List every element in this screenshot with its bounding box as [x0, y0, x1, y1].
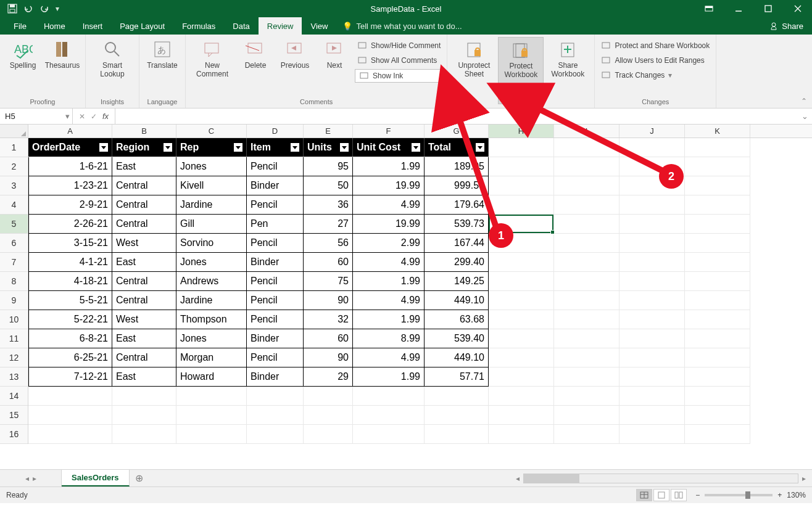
cell-D10[interactable]: Pencil: [247, 310, 304, 329]
protect-and-share-workbook-button[interactable]: Protect and Share Workbook: [599, 39, 712, 52]
horizontal-scrollbar[interactable]: ◂ ▸: [510, 470, 812, 486]
cell-I15[interactable]: [554, 406, 619, 425]
next-button[interactable]: Next: [315, 37, 354, 97]
cell-H7[interactable]: [489, 253, 554, 272]
cell-E16[interactable]: [304, 425, 353, 444]
cell-C10[interactable]: Thompson: [176, 310, 247, 329]
cell-E13[interactable]: 29: [304, 367, 353, 387]
cell-D13[interactable]: Binder: [247, 367, 304, 387]
cell-A16[interactable]: [28, 425, 112, 444]
spreadsheet-grid[interactable]: ABCDEFGHIJK 12345678910111213141516 Orde…: [0, 125, 812, 470]
cell-J13[interactable]: [619, 367, 685, 387]
cell-B13[interactable]: East: [112, 367, 176, 387]
cell-C15[interactable]: [176, 406, 247, 425]
cell-B8[interactable]: Central: [112, 272, 176, 291]
cell-B15[interactable]: [112, 406, 176, 425]
cell-G5[interactable]: 539.73: [425, 215, 489, 234]
cell-E2[interactable]: 95: [304, 157, 353, 176]
cell-G14[interactable]: [425, 387, 489, 406]
cell-G11[interactable]: 539.40: [425, 329, 489, 348]
cell-D2[interactable]: Pencil: [247, 157, 304, 176]
close-icon[interactable]: [784, 0, 812, 17]
cell-G6[interactable]: 167.44: [425, 234, 489, 253]
cell-K13[interactable]: [685, 367, 750, 387]
cell-A6[interactable]: 3-15-21: [28, 234, 112, 253]
cell-H11[interactable]: [489, 329, 554, 348]
cell-C12[interactable]: Morgan: [176, 348, 247, 367]
col-header-H[interactable]: H: [489, 125, 554, 137]
cell-F10[interactable]: 1.99: [353, 310, 425, 329]
row-header-5[interactable]: 5: [0, 215, 28, 234]
cell-F12[interactable]: 4.99: [353, 348, 425, 367]
cell-D6[interactable]: Pencil: [247, 234, 304, 253]
cell-D8[interactable]: Pencil: [247, 272, 304, 291]
row-header-10[interactable]: 10: [0, 310, 28, 329]
cell-D7[interactable]: Binder: [247, 253, 304, 272]
cell-E10[interactable]: 32: [304, 310, 353, 329]
row-header-12[interactable]: 12: [0, 348, 28, 367]
cell-A12[interactable]: 6-25-21: [28, 348, 112, 367]
cell-F1[interactable]: Unit Cost: [353, 138, 425, 157]
cell-F16[interactable]: [353, 425, 425, 444]
sheet-nav[interactable]: ◂ ▸: [0, 470, 62, 486]
filter-icon[interactable]: [234, 143, 242, 152]
col-header-E[interactable]: E: [304, 125, 353, 137]
cell-B1[interactable]: Region: [112, 138, 176, 157]
cell-E15[interactable]: [304, 406, 353, 425]
thesaurus-button[interactable]: Thesaurus: [43, 37, 81, 97]
filter-icon[interactable]: [291, 143, 299, 152]
row-header-4[interactable]: 4: [0, 195, 28, 215]
cell-I7[interactable]: [554, 253, 619, 272]
cell-J11[interactable]: [619, 329, 685, 348]
cell-G15[interactable]: [425, 406, 489, 425]
tab-home[interactable]: Home: [35, 17, 74, 35]
cell-I6[interactable]: [554, 234, 619, 253]
row-header-2[interactable]: 2: [0, 157, 28, 176]
page-layout-view-icon[interactable]: [653, 489, 669, 501]
sheet-prev-icon[interactable]: ◂: [25, 474, 29, 483]
cell-F15[interactable]: [353, 406, 425, 425]
cell-E6[interactable]: 56: [304, 234, 353, 253]
tab-insert[interactable]: Insert: [74, 17, 112, 35]
cell-C3[interactable]: Kivell: [176, 176, 247, 195]
cell-E14[interactable]: [304, 387, 353, 406]
cell-K4[interactable]: [685, 195, 750, 215]
cell-E8[interactable]: 75: [304, 272, 353, 291]
show/hide-comment-button[interactable]: Show/Hide Comment: [355, 39, 443, 52]
cell-A2[interactable]: 1-6-21: [28, 157, 112, 176]
ribbon-display-icon[interactable]: [695, 0, 723, 17]
cell-G7[interactable]: 299.40: [425, 253, 489, 272]
share-button[interactable]: Share: [762, 17, 812, 35]
cell-B10[interactable]: West: [112, 310, 176, 329]
row-header-6[interactable]: 6: [0, 234, 28, 253]
cell-A1[interactable]: OrderDate: [28, 138, 112, 157]
cell-I4[interactable]: [554, 195, 619, 215]
cell-D9[interactable]: Pencil: [247, 291, 304, 310]
row-header-8[interactable]: 8: [0, 272, 28, 291]
cell-C7[interactable]: Jones: [176, 253, 247, 272]
row-header-14[interactable]: 14: [0, 387, 28, 406]
cell-G13[interactable]: 57.71: [425, 367, 489, 387]
cell-G3[interactable]: 999.50: [425, 176, 489, 195]
expand-formula-icon[interactable]: ⌄: [802, 112, 808, 121]
cell-C8[interactable]: Andrews: [176, 272, 247, 291]
cell-I1[interactable]: [554, 138, 619, 157]
cell-K11[interactable]: [685, 329, 750, 348]
cell-H4[interactable]: [489, 195, 554, 215]
cell-C11[interactable]: Jones: [176, 329, 247, 348]
cell-G8[interactable]: 149.25: [425, 272, 489, 291]
col-header-I[interactable]: I: [554, 125, 619, 137]
cell-I10[interactable]: [554, 310, 619, 329]
track-changes-button[interactable]: Track Changes ▾: [599, 69, 712, 81]
cell-B7[interactable]: East: [112, 253, 176, 272]
sheet-tab-salesorders[interactable]: SalesOrders: [62, 470, 130, 486]
cell-A5[interactable]: 2-26-21: [28, 215, 112, 234]
cell-A15[interactable]: [28, 406, 112, 425]
cell-K15[interactable]: [685, 406, 750, 425]
cell-E9[interactable]: 90: [304, 291, 353, 310]
cell-C9[interactable]: Jardine: [176, 291, 247, 310]
cell-D12[interactable]: Pencil: [247, 348, 304, 367]
cell-I13[interactable]: [554, 367, 619, 387]
unprotect-sheet-button[interactable]: UnprotectSheet: [451, 37, 497, 104]
cell-I2[interactable]: [554, 157, 619, 176]
